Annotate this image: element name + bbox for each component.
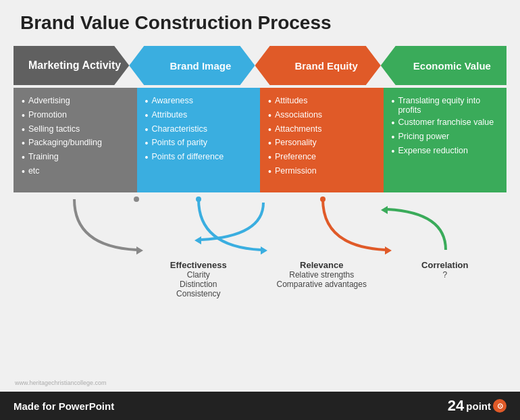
footer-brand: 24 point ⊙	[448, 397, 506, 415]
relevance-label: Relevance	[263, 260, 380, 270]
list-item: Promotion	[22, 109, 129, 123]
col-brand-equity: Attitudes Associations Attachments Perso…	[260, 88, 384, 192]
main-title: Brand Value Construction Process	[20, 12, 500, 34]
svg-point-3	[196, 196, 201, 202]
relevance-sub2: Comparative advantages	[263, 280, 380, 289]
label-relevance: Relevance Relative strengths Comparative…	[260, 260, 384, 314]
col-economic: Translating equity into profits Customer…	[384, 88, 507, 192]
list-item: etc	[22, 165, 129, 179]
relevance-sub1: Relative strengths	[263, 270, 380, 280]
list-item: Training	[22, 151, 129, 165]
segment-economic: Economic Value	[381, 46, 506, 85]
arrows-svg	[14, 192, 506, 260]
svg-point-1	[134, 196, 139, 202]
content-row: Advertising Promotion Selling tactics Pa…	[14, 88, 506, 192]
svg-marker-4	[194, 236, 201, 244]
segment-brand-image-label: Brand Image	[170, 60, 231, 72]
list-item: Characteristics	[145, 123, 253, 137]
svg-marker-0	[136, 246, 143, 255]
list-item: Preference	[268, 151, 375, 165]
svg-marker-7	[381, 206, 388, 214]
effectiveness-sub2: Distinction	[140, 280, 257, 289]
arrow-row: Marketing Activity Brand Image Brand Equ…	[14, 46, 506, 85]
list-item: Personality	[268, 136, 375, 151]
brand-equity-list: Attitudes Associations Attachments Perso…	[268, 95, 375, 179]
label-effectiveness: Effectiveness Clarity Distinction Consis…	[137, 260, 261, 314]
effectiveness-sub3: Consistency	[140, 289, 257, 298]
brand-image-list: Awareness Attributes Characteristics Poi…	[145, 95, 253, 165]
marketing-list: Advertising Promotion Selling tactics Pa…	[22, 95, 129, 179]
footer-left: Made for PowerPoint	[14, 400, 114, 412]
list-item: Selling tactics	[22, 123, 129, 137]
segment-brand-image: Brand Image	[129, 46, 255, 85]
list-item: Translating equity into profits	[392, 95, 499, 116]
segment-brand-equity-label: Brand Equity	[294, 60, 357, 72]
list-item: Advertising	[22, 95, 129, 109]
header: Brand Value Construction Process	[0, 0, 520, 41]
correlation-label: Correlation	[387, 260, 504, 270]
svg-marker-2	[261, 246, 267, 255]
label-col-spacer	[14, 260, 137, 314]
list-item: Attitudes	[268, 95, 375, 109]
watermark: www.heritagechristiancollege.com	[15, 379, 107, 386]
list-item: Points of difference	[145, 151, 253, 165]
col-marketing: Advertising Promotion Selling tactics Pa…	[14, 88, 137, 192]
list-item: Packaging/bundling	[22, 136, 129, 151]
footer-brand-point: point	[466, 400, 491, 412]
list-item: Customer franchise value	[392, 116, 499, 130]
list-item: Points of parity	[145, 136, 253, 151]
effectiveness-label: Effectiveness	[140, 260, 257, 270]
footer: Made for PowerPoint 24 point ⊙	[0, 392, 520, 420]
segment-economic-label: Economic Value	[413, 60, 491, 72]
correlation-sub: ?	[387, 270, 504, 280]
clock-icon: ⊙	[493, 399, 506, 413]
list-item: Attributes	[145, 109, 253, 123]
label-correlation: Correlation ?	[384, 260, 507, 314]
svg-point-6	[320, 196, 326, 202]
segment-marketing: Marketing Activity	[14, 46, 129, 85]
slide: Brand Value Construction Process Marketi…	[0, 0, 520, 420]
list-item: Permission	[268, 165, 375, 179]
list-item: Attachments	[268, 123, 375, 137]
col-brand-image: Awareness Attributes Characteristics Poi…	[137, 88, 261, 192]
economic-list: Translating equity into profits Customer…	[392, 95, 499, 158]
effectiveness-sub1: Clarity	[140, 270, 257, 280]
list-item: Awareness	[145, 95, 253, 109]
segment-brand-equity: Brand Equity	[255, 46, 381, 85]
labels-row: Effectiveness Clarity Distinction Consis…	[14, 260, 506, 314]
footer-brand-number: 24	[448, 397, 464, 415]
footer-powerpoint: PowerPoint	[59, 400, 115, 412]
list-item: Associations	[268, 109, 375, 123]
footer-made-for: Made for	[14, 400, 59, 412]
arrows-area	[14, 192, 506, 260]
list-item: Expense reduction	[392, 145, 499, 159]
list-item: Pricing power	[392, 130, 499, 145]
svg-marker-5	[385, 246, 392, 255]
segment-marketing-label: Marketing Activity	[28, 59, 121, 72]
